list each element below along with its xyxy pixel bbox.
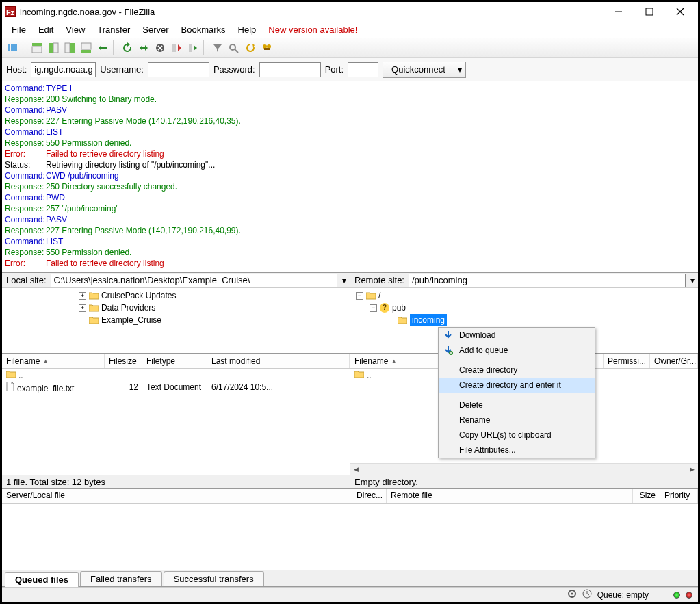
menu-file[interactable]: File [6,23,31,36]
col-server-local[interactable]: Server/Local file [2,489,352,503]
ctx-create-directory-enter[interactable]: Create directory and enter it [439,378,595,393]
tree-pub[interactable]: pub [392,302,406,314]
folder-icon [89,316,99,324]
tree-collapse-icon[interactable]: − [356,292,363,300]
menu-edit[interactable]: Edit [33,23,59,36]
local-tree-pane: Local site: ▾ +CruisePack Updates+Data P… [2,273,350,353]
unknown-folder-icon: ? [380,303,389,313]
col-permissions[interactable]: Permissi... [604,354,650,368]
local-file-list[interactable]: ..example_file.txt12Text Document6/17/20… [2,369,350,475]
tree-expand-icon[interactable]: + [79,292,86,300]
quickconnect-button[interactable]: Quickconnect [383,62,454,78]
menu-bookmarks[interactable]: Bookmarks [176,23,231,36]
col-priority[interactable]: Priority [660,489,698,503]
toggle-remote-tree-icon[interactable] [62,40,77,55]
ctx-add-to-queue[interactable]: Add to queue [439,343,595,358]
col-size[interactable]: Size [633,489,660,503]
tree-root[interactable]: / [378,289,380,302]
message-log[interactable]: Command:TYPE IResponse:200 Switching to … [2,81,698,273]
clock-icon[interactable] [582,589,592,601]
filter-icon[interactable] [210,40,225,55]
reconnect-icon[interactable] [185,40,200,55]
username-input[interactable] [148,62,209,77]
svg-line-19 [235,49,238,53]
ctx-create-directory[interactable]: Create directory [439,363,595,378]
remote-site-input[interactable] [409,274,686,287]
ctx-file-attributes[interactable]: File Attributes... [439,443,595,458]
col-lastmod[interactable]: Last modified [207,354,350,368]
ctx-download[interactable]: Download [439,328,595,343]
svg-rect-8 [32,47,42,53]
ctx-copy-url[interactable]: Copy URL(s) to clipboard [439,428,595,443]
tree-item[interactable]: Example_Cruise [5,314,347,326]
tab-failed-transfers[interactable]: Failed transfers [80,571,162,586]
folder-icon [89,291,99,300]
port-input[interactable] [348,62,378,77]
quickconnect-dropdown[interactable]: ▾ [454,62,466,78]
menu-help[interactable]: Help [233,23,262,36]
username-label: Username: [100,64,144,75]
title-bar: Fz incoming.ngdc.noaa.gov - FileZilla [2,2,698,21]
menu-view[interactable]: View [60,23,90,36]
site-manager-icon[interactable] [5,40,20,55]
folder-icon [6,370,16,378]
local-file-pane: Filename▲ Filesize Filetype Last modifie… [2,354,350,488]
new-version-notice[interactable]: New version available! [263,23,363,36]
ctx-delete[interactable]: Delete [439,397,595,412]
sync-browsing-icon[interactable] [95,40,110,55]
settings-icon[interactable] [567,589,577,601]
find-icon[interactable] [259,40,274,55]
close-button[interactable] [664,2,695,21]
menu-server[interactable]: Server [137,23,174,36]
menu-transfer[interactable]: Transfer [92,23,135,36]
refresh-icon[interactable] [120,40,135,55]
col-filename[interactable]: Filename▲ [2,354,105,368]
window-title: incoming.ngdc.noaa.gov - FileZilla [20,7,603,17]
tree-collapse-icon[interactable]: − [370,304,377,312]
queue-header: Server/Local file Direc... Remote file S… [2,489,698,504]
compare-icon[interactable] [226,40,242,55]
minimize-button[interactable] [603,2,634,21]
app-icon: Fz [5,6,16,17]
disconnect-icon[interactable] [169,40,184,55]
password-label: Password: [213,64,255,75]
col-filesize[interactable]: Filesize [105,354,142,368]
password-input[interactable] [259,62,321,77]
toggle-log-icon[interactable] [29,40,44,55]
tree-item[interactable]: +Data Providers [5,302,347,314]
tree-item[interactable]: +CruisePack Updates [5,289,347,302]
toggle-local-tree-icon[interactable] [46,40,61,55]
svg-rect-1 [646,8,653,15]
host-input[interactable] [31,62,96,77]
svg-rect-22 [264,48,270,50]
col-owner[interactable]: Owner/Gr... [650,354,698,368]
remote-site-dropdown[interactable]: ▾ [687,276,698,285]
horizontal-scrollbar[interactable]: ◀▶ [350,463,698,475]
folder-icon [89,304,99,312]
local-tree[interactable]: +CruisePack Updates+Data ProvidersExampl… [2,288,350,353]
maximize-button[interactable] [634,2,664,21]
local-site-dropdown[interactable]: ▾ [339,276,350,285]
local-site-label: Local site: [2,275,49,285]
col-filetype[interactable]: Filetype [142,354,207,368]
col-direction[interactable]: Direc... [352,489,387,503]
queue-tabs: Queued files Failed transfers Successful… [2,570,698,586]
local-site-input[interactable] [51,274,337,287]
tree-incoming-selected[interactable]: incoming [410,314,447,326]
process-queue-icon[interactable] [136,40,151,55]
file-row[interactable]: .. [2,369,350,381]
auto-refresh-icon[interactable] [243,40,258,55]
toggle-queue-icon[interactable] [79,40,94,55]
svg-rect-14 [81,50,91,53]
ctx-rename[interactable]: Rename [439,412,595,428]
tab-queued-files[interactable]: Queued files [5,572,79,587]
queue-list[interactable] [2,504,698,570]
svg-rect-5 [11,44,14,51]
svg-point-18 [230,44,235,50]
col-remote-file[interactable]: Remote file [387,489,633,503]
folder-icon [354,370,364,378]
tab-successful-transfers[interactable]: Successful transfers [164,571,264,586]
tree-expand-icon[interactable]: + [79,304,86,312]
cancel-icon[interactable] [153,40,168,55]
file-row[interactable]: example_file.txt12Text Document6/17/2024… [2,381,350,393]
